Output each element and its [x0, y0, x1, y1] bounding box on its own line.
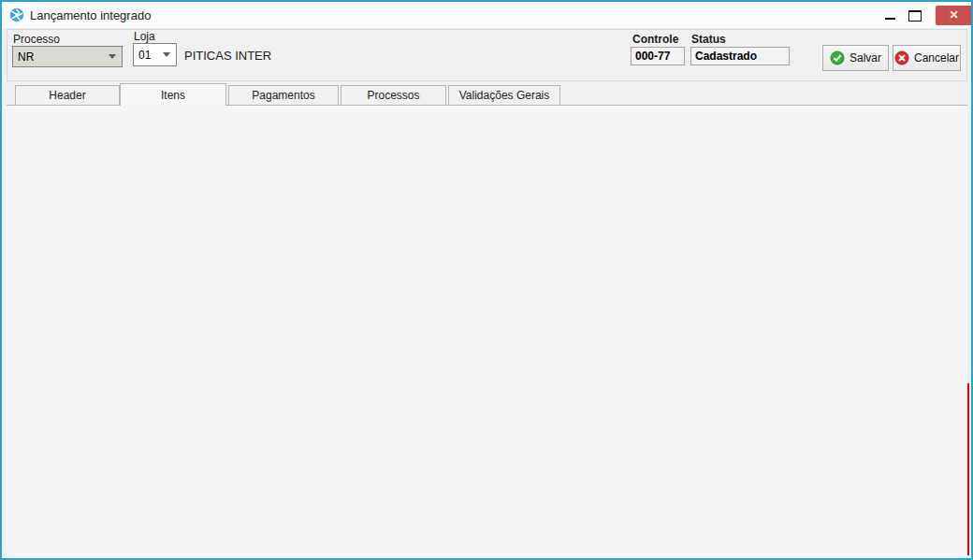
chevron-down-icon — [163, 52, 170, 57]
tab-validacoes-gerais[interactable]: Validações Gerais — [448, 85, 560, 105]
cancel-x-icon — [894, 50, 909, 65]
tab-header[interactable]: Header — [15, 85, 120, 105]
title-bar: Lançamento integrado ✕ — [2, 2, 971, 28]
save-button-label: Salvar — [850, 51, 881, 65]
controle-label: Controle — [632, 33, 678, 46]
app-icon — [9, 7, 24, 22]
tab-pagamentos[interactable]: Pagamentos — [228, 85, 339, 105]
cancel-button-label: Cancelar — [914, 51, 959, 65]
window-title: Lançamento integrado — [30, 8, 151, 22]
processo-value: NR — [13, 50, 109, 64]
tab-processos[interactable]: Processos — [341, 85, 446, 105]
app-window: Lançamento integrado ✕ Processo NR Loja … — [0, 0, 973, 560]
loja-label: Loja — [134, 30, 155, 43]
cancel-button[interactable]: Cancelar — [893, 45, 961, 71]
status-field: Cadastrado — [690, 47, 790, 65]
maximize-button[interactable] — [908, 10, 922, 22]
loja-select[interactable]: 01 — [133, 43, 177, 66]
tab-itens[interactable]: Itens — [120, 83, 226, 106]
save-button[interactable]: Salvar — [822, 45, 889, 71]
status-label: Status — [691, 33, 726, 46]
save-check-icon — [830, 50, 845, 65]
processo-select[interactable]: NR — [12, 46, 123, 67]
close-button[interactable]: ✕ — [936, 6, 972, 25]
loja-value: 01 — [134, 49, 163, 62]
loja-store-name: PITICAS INTER — [184, 49, 271, 63]
chevron-down-icon — [109, 54, 116, 59]
minimize-button[interactable] — [885, 18, 895, 20]
processo-label: Processo — [13, 33, 60, 46]
tab-content-panel — [7, 105, 967, 556]
controle-field: 000-77 — [631, 47, 685, 65]
